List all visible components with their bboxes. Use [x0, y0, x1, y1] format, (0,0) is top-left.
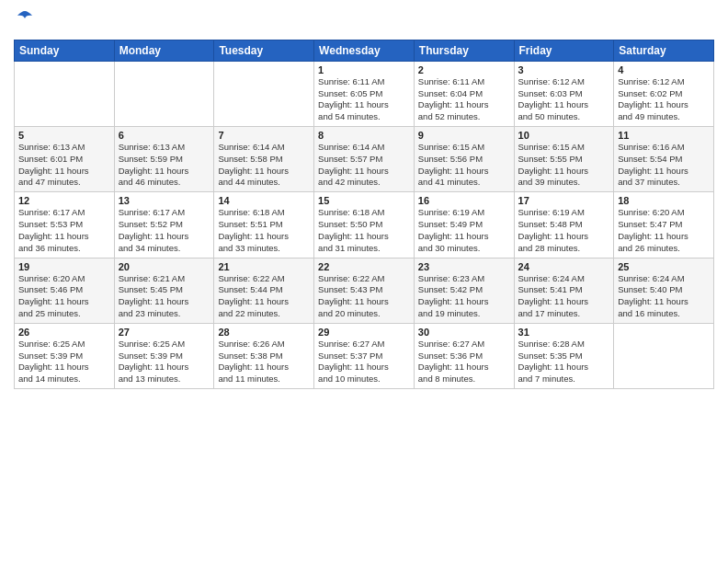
day-info: Sunrise: 6:20 AM Sunset: 5:46 PM Dayligh… — [18, 273, 110, 320]
day-info: Sunrise: 6:18 AM Sunset: 5:50 PM Dayligh… — [318, 207, 410, 254]
day-info: Sunrise: 6:24 AM Sunset: 5:40 PM Dayligh… — [618, 273, 710, 320]
day-info: Sunrise: 6:22 AM Sunset: 5:43 PM Dayligh… — [318, 273, 410, 320]
calendar-cell — [614, 323, 714, 388]
calendar-cell: 13Sunrise: 6:17 AM Sunset: 5:52 PM Dayli… — [114, 192, 214, 258]
header — [14, 9, 714, 32]
calendar-cell: 18Sunrise: 6:20 AM Sunset: 5:47 PM Dayli… — [614, 192, 714, 258]
calendar: SundayMondayTuesdayWednesdayThursdayFrid… — [14, 40, 714, 389]
day-info: Sunrise: 6:19 AM Sunset: 5:49 PM Dayligh… — [418, 207, 510, 254]
day-number: 25 — [618, 261, 710, 272]
day-number: 4 — [618, 64, 710, 75]
calendar-cell: 10Sunrise: 6:15 AM Sunset: 5:55 PM Dayli… — [514, 127, 614, 192]
day-info: Sunrise: 6:23 AM Sunset: 5:42 PM Dayligh… — [418, 273, 510, 320]
day-number: 24 — [518, 261, 610, 272]
calendar-cell: 27Sunrise: 6:25 AM Sunset: 5:39 PM Dayli… — [114, 323, 214, 388]
day-info: Sunrise: 6:12 AM Sunset: 6:02 PM Dayligh… — [618, 76, 710, 123]
day-info: Sunrise: 6:11 AM Sunset: 6:05 PM Dayligh… — [318, 76, 410, 123]
calendar-cell: 31Sunrise: 6:28 AM Sunset: 5:35 PM Dayli… — [514, 323, 614, 388]
day-info: Sunrise: 6:26 AM Sunset: 5:38 PM Dayligh… — [218, 339, 310, 385]
day-number: 31 — [518, 327, 610, 338]
day-info: Sunrise: 6:24 AM Sunset: 5:41 PM Dayligh… — [518, 273, 610, 320]
day-info: Sunrise: 6:14 AM Sunset: 5:57 PM Dayligh… — [318, 142, 410, 189]
calendar-cell: 24Sunrise: 6:24 AM Sunset: 5:41 PM Dayli… — [514, 258, 614, 323]
calendar-week-row: 1Sunrise: 6:11 AM Sunset: 6:05 PM Daylig… — [15, 61, 714, 126]
day-number: 15 — [318, 195, 410, 206]
calendar-cell: 8Sunrise: 6:14 AM Sunset: 5:57 PM Daylig… — [314, 127, 415, 192]
day-number: 27 — [119, 327, 210, 338]
calendar-cell: 14Sunrise: 6:18 AM Sunset: 5:51 PM Dayli… — [214, 192, 314, 258]
day-info: Sunrise: 6:17 AM Sunset: 5:52 PM Dayligh… — [119, 207, 210, 254]
calendar-cell: 3Sunrise: 6:12 AM Sunset: 6:03 PM Daylig… — [514, 61, 614, 126]
calendar-cell: 28Sunrise: 6:26 AM Sunset: 5:38 PM Dayli… — [214, 323, 314, 388]
day-info: Sunrise: 6:15 AM Sunset: 5:55 PM Dayligh… — [518, 142, 610, 189]
day-info: Sunrise: 6:16 AM Sunset: 5:54 PM Dayligh… — [618, 142, 710, 189]
weekday-header: Friday — [514, 40, 614, 61]
day-info: Sunrise: 6:25 AM Sunset: 5:39 PM Dayligh… — [18, 339, 110, 385]
day-info: Sunrise: 6:11 AM Sunset: 6:04 PM Dayligh… — [418, 76, 510, 123]
day-number: 11 — [618, 130, 710, 141]
day-number: 28 — [218, 327, 310, 338]
calendar-cell: 29Sunrise: 6:27 AM Sunset: 5:37 PM Dayli… — [314, 323, 415, 388]
day-number: 10 — [518, 130, 610, 141]
calendar-cell: 15Sunrise: 6:18 AM Sunset: 5:50 PM Dayli… — [314, 192, 415, 258]
calendar-body: 1Sunrise: 6:11 AM Sunset: 6:05 PM Daylig… — [15, 61, 714, 388]
day-info: Sunrise: 6:13 AM Sunset: 6:01 PM Dayligh… — [18, 142, 110, 189]
day-info: Sunrise: 6:21 AM Sunset: 5:45 PM Dayligh… — [119, 273, 210, 320]
weekday-header: Wednesday — [314, 40, 415, 61]
day-number: 14 — [218, 195, 310, 206]
calendar-cell — [114, 61, 214, 126]
calendar-cell: 21Sunrise: 6:22 AM Sunset: 5:44 PM Dayli… — [214, 258, 314, 323]
weekday-header: Thursday — [414, 40, 514, 61]
calendar-cell: 20Sunrise: 6:21 AM Sunset: 5:45 PM Dayli… — [114, 258, 214, 323]
calendar-cell: 11Sunrise: 6:16 AM Sunset: 5:54 PM Dayli… — [614, 127, 714, 192]
calendar-cell: 19Sunrise: 6:20 AM Sunset: 5:46 PM Dayli… — [15, 258, 115, 323]
calendar-cell: 5Sunrise: 6:13 AM Sunset: 6:01 PM Daylig… — [15, 127, 115, 192]
logo-bird-icon — [16, 9, 34, 28]
weekday-row: SundayMondayTuesdayWednesdayThursdayFrid… — [15, 40, 714, 61]
calendar-header: SundayMondayTuesdayWednesdayThursdayFrid… — [15, 40, 714, 61]
logo — [14, 9, 34, 32]
day-number: 19 — [18, 261, 110, 272]
day-number: 20 — [119, 261, 210, 272]
day-number: 12 — [18, 195, 110, 206]
day-number: 2 — [418, 64, 510, 75]
day-info: Sunrise: 6:18 AM Sunset: 5:51 PM Dayligh… — [218, 207, 310, 254]
calendar-cell: 17Sunrise: 6:19 AM Sunset: 5:48 PM Dayli… — [514, 192, 614, 258]
day-number: 7 — [218, 130, 310, 141]
day-info: Sunrise: 6:13 AM Sunset: 5:59 PM Dayligh… — [119, 142, 210, 189]
calendar-cell: 9Sunrise: 6:15 AM Sunset: 5:56 PM Daylig… — [414, 127, 514, 192]
day-number: 13 — [119, 195, 210, 206]
calendar-cell: 1Sunrise: 6:11 AM Sunset: 6:05 PM Daylig… — [314, 61, 415, 126]
day-number: 21 — [218, 261, 310, 272]
calendar-cell — [15, 61, 115, 126]
calendar-cell: 23Sunrise: 6:23 AM Sunset: 5:42 PM Dayli… — [414, 258, 514, 323]
calendar-cell: 22Sunrise: 6:22 AM Sunset: 5:43 PM Dayli… — [314, 258, 415, 323]
day-info: Sunrise: 6:22 AM Sunset: 5:44 PM Dayligh… — [218, 273, 310, 320]
calendar-cell: 12Sunrise: 6:17 AM Sunset: 5:53 PM Dayli… — [15, 192, 115, 258]
calendar-cell: 4Sunrise: 6:12 AM Sunset: 6:02 PM Daylig… — [614, 61, 714, 126]
calendar-cell: 2Sunrise: 6:11 AM Sunset: 6:04 PM Daylig… — [414, 61, 514, 126]
calendar-week-row: 12Sunrise: 6:17 AM Sunset: 5:53 PM Dayli… — [15, 192, 714, 258]
calendar-cell: 7Sunrise: 6:14 AM Sunset: 5:58 PM Daylig… — [214, 127, 314, 192]
day-info: Sunrise: 6:20 AM Sunset: 5:47 PM Dayligh… — [618, 207, 710, 254]
calendar-cell: 6Sunrise: 6:13 AM Sunset: 5:59 PM Daylig… — [114, 127, 214, 192]
day-number: 1 — [318, 64, 410, 75]
day-info: Sunrise: 6:15 AM Sunset: 5:56 PM Dayligh… — [418, 142, 510, 189]
calendar-cell: 16Sunrise: 6:19 AM Sunset: 5:49 PM Dayli… — [414, 192, 514, 258]
calendar-week-row: 19Sunrise: 6:20 AM Sunset: 5:46 PM Dayli… — [15, 258, 714, 323]
day-number: 29 — [318, 327, 410, 338]
day-info: Sunrise: 6:17 AM Sunset: 5:53 PM Dayligh… — [18, 207, 110, 254]
calendar-cell: 30Sunrise: 6:27 AM Sunset: 5:36 PM Dayli… — [414, 323, 514, 388]
calendar-week-row: 5Sunrise: 6:13 AM Sunset: 6:01 PM Daylig… — [15, 127, 714, 192]
weekday-header: Monday — [114, 40, 214, 61]
day-info: Sunrise: 6:25 AM Sunset: 5:39 PM Dayligh… — [119, 339, 210, 385]
weekday-header: Tuesday — [214, 40, 314, 61]
calendar-cell: 26Sunrise: 6:25 AM Sunset: 5:39 PM Dayli… — [15, 323, 115, 388]
day-info: Sunrise: 6:28 AM Sunset: 5:35 PM Dayligh… — [518, 339, 610, 385]
calendar-cell: 25Sunrise: 6:24 AM Sunset: 5:40 PM Dayli… — [614, 258, 714, 323]
weekday-header: Saturday — [614, 40, 714, 61]
day-number: 22 — [318, 261, 410, 272]
day-number: 23 — [418, 261, 510, 272]
day-info: Sunrise: 6:27 AM Sunset: 5:36 PM Dayligh… — [418, 339, 510, 385]
day-number: 17 — [518, 195, 610, 206]
